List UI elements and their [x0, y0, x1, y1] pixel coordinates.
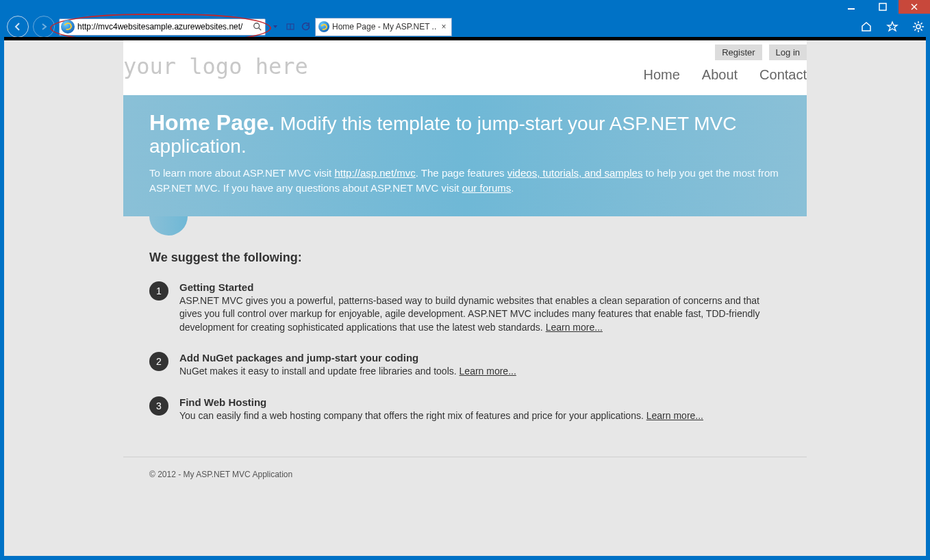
- footer-text: © 2012 - My ASP.NET MVC Application: [149, 470, 781, 479]
- svg-line-5: [259, 28, 262, 31]
- hero-title: Home Page. Modify this template to jump-…: [149, 110, 781, 157]
- item-number: 3: [149, 396, 168, 416]
- svg-line-13: [914, 23, 916, 24]
- minimize-button[interactable]: [835, 0, 867, 14]
- tab-title: Home Page - My ASP.NET ...: [332, 22, 436, 31]
- suggestion-item: 2 Add NuGet packages and jump-start your…: [149, 352, 781, 379]
- item-text: NuGet makes it easy to install and updat…: [179, 365, 516, 379]
- item-number: 2: [149, 352, 168, 371]
- forward-button[interactable]: [33, 16, 55, 38]
- nav-about[interactable]: About: [702, 67, 738, 83]
- viewport: your logo here Register Log in Home Abou…: [4, 37, 926, 556]
- hero-paragraph: To learn more about ASP.NET MVC visit ht…: [149, 166, 781, 196]
- dropdown-icon[interactable]: [270, 21, 281, 32]
- hero-link-mvc[interactable]: http://asp.net/mvc: [334, 167, 415, 179]
- learn-more-link[interactable]: Learn more...: [460, 366, 516, 377]
- login-link[interactable]: Log in: [769, 44, 807, 60]
- back-button[interactable]: [7, 16, 29, 38]
- svg-point-4: [254, 23, 260, 29]
- learn-more-link[interactable]: Learn more...: [546, 322, 603, 333]
- browser-toolbar: Home Page - My ASP.NET ... ×: [0, 16, 930, 37]
- register-link[interactable]: Register: [715, 44, 762, 60]
- refresh-icon[interactable]: [300, 21, 311, 32]
- settings-icon[interactable]: [912, 21, 925, 33]
- compat-view-icon[interactable]: [285, 21, 296, 32]
- svg-point-8: [916, 25, 920, 29]
- item-title: Add NuGet packages and jump-start your c…: [179, 352, 516, 364]
- learn-more-link[interactable]: Learn more...: [646, 410, 703, 421]
- browser-tab[interactable]: Home Page - My ASP.NET ... ×: [315, 18, 452, 36]
- close-button[interactable]: [898, 0, 930, 14]
- svg-line-16: [921, 23, 922, 24]
- item-text: ASP.NET MVC gives you a powerful, patter…: [179, 294, 781, 335]
- url-input[interactable]: [76, 21, 250, 32]
- hero-link-samples[interactable]: videos, tutorials, and samples: [507, 167, 643, 179]
- item-text: You can easily find a web hosting compan…: [179, 409, 703, 423]
- svg-line-15: [914, 29, 916, 31]
- maximize-button[interactable]: [867, 0, 898, 14]
- item-title: Find Web Hosting: [179, 396, 703, 408]
- svg-line-14: [921, 29, 922, 31]
- site-logo: your logo here: [123, 55, 308, 77]
- page-header: your logo here Register Log in Home Abou…: [123, 40, 807, 95]
- item-number: 1: [149, 281, 168, 301]
- svg-rect-1: [879, 3, 886, 10]
- home-icon[interactable]: [860, 21, 872, 33]
- hero-banner: Home Page. Modify this template to jump-…: [123, 95, 807, 216]
- suggestion-item: 1 Getting Started ASP.NET MVC gives you …: [149, 281, 781, 335]
- ie-icon: [61, 20, 75, 34]
- nav-home[interactable]: Home: [643, 67, 679, 83]
- search-icon[interactable]: [253, 22, 262, 31]
- ie-icon: [318, 21, 329, 32]
- nav-contact[interactable]: Contact: [759, 67, 807, 83]
- suggestions-heading: We suggest the following:: [149, 251, 781, 265]
- address-bar[interactable]: [59, 18, 266, 36]
- suggestions-section: We suggest the following: 1 Getting Star…: [123, 216, 807, 457]
- page-footer: © 2012 - My ASP.NET MVC Application: [123, 457, 807, 479]
- tab-close-icon[interactable]: ×: [439, 22, 449, 31]
- hero-link-forums[interactable]: our forums: [462, 182, 512, 194]
- window-titlebar: [0, 0, 930, 16]
- favorites-icon[interactable]: [886, 21, 898, 33]
- suggestion-item: 3 Find Web Hosting You can easily find a…: [149, 396, 781, 423]
- item-title: Getting Started: [179, 281, 781, 293]
